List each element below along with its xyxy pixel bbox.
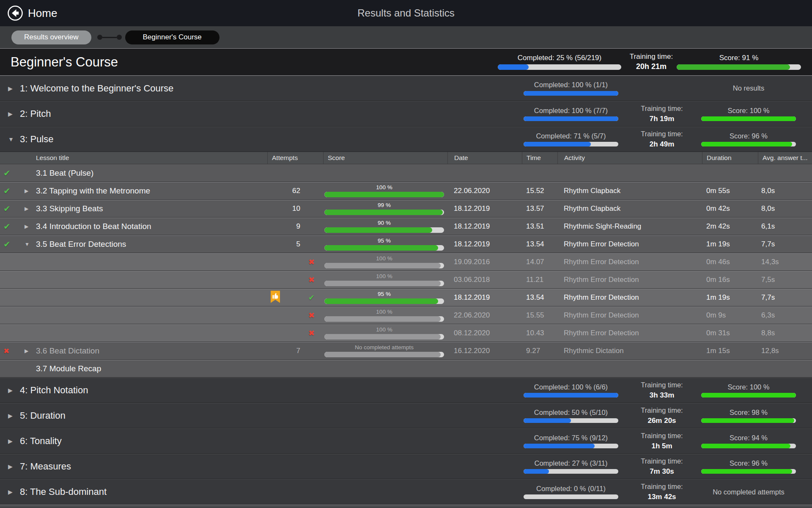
- training-time-value: 7m 30s: [650, 467, 674, 476]
- chevron-right-icon[interactable]: ▶: [17, 188, 36, 194]
- score-label: Score: 96 %: [730, 132, 768, 140]
- chevron-right-icon[interactable]: ▶: [8, 387, 20, 394]
- completed-progressbar: [524, 91, 618, 96]
- score-progressbar: [701, 393, 796, 398]
- chevron-right-icon[interactable]: ▶: [8, 463, 20, 470]
- lesson-row-3-4[interactable]: ✔ ▶ 3.4 Introduction to Beat Notation 9 …: [0, 218, 812, 235]
- chevron-right-icon[interactable]: ▶: [8, 438, 20, 444]
- breadcrumb-results-overview[interactable]: Results overview: [11, 30, 91, 44]
- time-value: 10.43: [522, 329, 557, 337]
- score-progressbar: [324, 227, 444, 233]
- chevron-right-icon[interactable]: ▶: [17, 206, 36, 212]
- activity-value: Rhythm Error Detection: [557, 293, 702, 302]
- course-score-stat: Score: 91 %: [675, 49, 802, 75]
- breadcrumb-beginners-course[interactable]: Beginner's Course: [125, 30, 219, 44]
- module-completed-stat: Completed: 27 % (3/11): [520, 454, 622, 479]
- score-label: Score: 96 %: [730, 459, 768, 467]
- score-percent-label: 99 %: [378, 202, 391, 208]
- module-title: 3: Pulse: [20, 134, 54, 145]
- completed-label: Completed: 100 % (6/6): [534, 383, 608, 391]
- training-time-label: Training time:: [641, 483, 683, 491]
- home-label: Home: [28, 7, 57, 20]
- no-completed-attempts-label: No completed attempts: [355, 345, 414, 351]
- lesson-row-3-6[interactable]: ✖ ▶ 3.6 Beat Dictation 7 No completed at…: [0, 342, 812, 360]
- column-header-score: Score: [323, 152, 447, 164]
- course-title: Beginner's Course: [11, 55, 118, 70]
- chevron-right-icon[interactable]: ▶: [17, 348, 36, 354]
- score-progressbar: [324, 210, 444, 215]
- next-row-partial: [0, 505, 812, 508]
- chevron-down-icon[interactable]: ▼: [17, 241, 36, 247]
- module-row-6[interactable]: ▶ 6: Tonality Completed: 75 % (9/12) Tra…: [0, 428, 812, 454]
- training-time-label: Training time:: [641, 381, 683, 389]
- chevron-right-icon[interactable]: ▶: [8, 85, 20, 92]
- module-title: 4: Pitch Notation: [20, 385, 88, 396]
- duration-value: 1m 19s: [702, 293, 758, 302]
- score-percent-label: 95 %: [378, 238, 391, 244]
- completed-label: Completed: 71 % (5/7): [536, 132, 606, 140]
- score-percent-label: 100 %: [376, 185, 392, 190]
- lesson-row-3-5[interactable]: ✔ ▼ 3.5 Beat Error Detections 5 95 % 18.…: [0, 235, 812, 253]
- module-row-8[interactable]: ▶ 8: The Sub-dominant Completed: 0 % (0/…: [0, 479, 812, 505]
- chevron-down-icon[interactable]: ▼: [8, 136, 20, 143]
- activity-value: Rhythm Error Detection: [557, 276, 702, 284]
- attempt-status-cell: ✖: [267, 271, 323, 288]
- completed-label: Completed: 50 % (5/10): [534, 409, 608, 417]
- course-training-stat: Training time: 20h 21m: [627, 49, 675, 75]
- module-row-7[interactable]: ▶ 7: Measures Completed: 27 % (3/11) Tra…: [0, 454, 812, 479]
- chevron-right-icon[interactable]: ▶: [8, 489, 20, 495]
- module-completed-stat: Completed: 100 % (6/6): [520, 378, 622, 403]
- training-time-value: 20h 21m: [636, 63, 667, 71]
- time-value: 15.55: [522, 311, 557, 320]
- page-title: Results and Statistics: [0, 7, 812, 19]
- module-row-3[interactable]: ▼ 3: Pulse Completed: 71 % (5/7) Trainin…: [0, 127, 812, 152]
- back-arrow-icon: [7, 5, 24, 22]
- completed-label: Completed: 27 % (3/11): [534, 459, 607, 467]
- score-cell: 100 %: [324, 327, 444, 340]
- date-value: 22.06.2020: [447, 187, 522, 195]
- lesson-row-3-3[interactable]: ✔ ▶ 3.3 Skipping Beats 10 99 % 18.12.201…: [0, 200, 812, 218]
- cross-icon: ✖: [308, 311, 315, 320]
- training-time-value: 2h 49m: [650, 140, 675, 149]
- column-header-avg-answer: Avg. answer t...: [758, 152, 812, 164]
- duration-value: 0m 46s: [702, 258, 758, 266]
- score-percent-label: 90 %: [378, 220, 391, 226]
- time-value: 13.54: [522, 293, 557, 302]
- completed-progressbar: [524, 116, 618, 121]
- activity-value: Rhythm Error Detection: [557, 258, 702, 266]
- score-cell: No completed attempts: [324, 345, 444, 357]
- course-header: Beginner's Course Completed: 25 % (56/21…: [0, 48, 812, 76]
- lesson-title: 3.4 Introduction to Beat Notation: [36, 222, 267, 231]
- activity-value: Rhythm Error Detection: [557, 240, 702, 248]
- activity-value: Rhythm Error Detection: [557, 329, 702, 337]
- chevron-right-icon[interactable]: ▶: [8, 110, 20, 117]
- time-value: 14.07: [522, 258, 557, 266]
- module-row-4[interactable]: ▶ 4: Pitch Notation Completed: 100 % (6/…: [0, 378, 812, 403]
- score-cell: 100 %: [324, 185, 444, 197]
- lesson-row-3-2[interactable]: ✔ ▶ 3.2 Tapping with the Metronome 62 10…: [0, 182, 812, 200]
- module-title: 2: Pitch: [20, 108, 51, 119]
- attempt-row-2: ✖ 100 % 03.06.2018 11.21 Rhythm Error De…: [0, 271, 812, 289]
- module-completed-stat: Completed: 0 % (0/11): [520, 480, 622, 504]
- module-row-2[interactable]: ▶ 2: Pitch Completed: 100 % (7/7) Traini…: [0, 101, 812, 127]
- completed-progressbar: [524, 393, 618, 398]
- module-score-stat: Score: 96 %: [685, 454, 812, 479]
- module-completed-stat: Completed: 75 % (9/12): [520, 429, 622, 453]
- date-value: 18.12.2019: [447, 204, 522, 213]
- back-button[interactable]: Home: [0, 5, 57, 22]
- chevron-right-icon[interactable]: ▶: [8, 412, 20, 419]
- module-row-5[interactable]: ▶ 5: Duration Completed: 50 % (5/10) Tra…: [0, 403, 812, 428]
- module-completed-stat: Completed: 50 % (5/10): [520, 403, 622, 428]
- top-bar: Home Results and Statistics: [0, 0, 812, 26]
- module-score-stat: Score: 100 %: [685, 102, 812, 126]
- module-row-1[interactable]: ▶ 1: Welcome to the Beginner's Course Co…: [0, 76, 812, 101]
- activity-value: Rhythm Clapback: [557, 187, 702, 195]
- chevron-right-icon[interactable]: ▶: [17, 224, 36, 229]
- module-title: 8: The Sub-dominant: [20, 486, 107, 497]
- cross-icon: ✖: [0, 347, 17, 356]
- score-label: Score: 100 %: [727, 383, 769, 391]
- training-time-value: 26m 20s: [647, 417, 676, 425]
- completed-label: Completed: 75 % (9/12): [534, 434, 608, 442]
- check-icon: ✔: [0, 168, 17, 178]
- module-score-stat: Score: 96 %: [685, 127, 812, 152]
